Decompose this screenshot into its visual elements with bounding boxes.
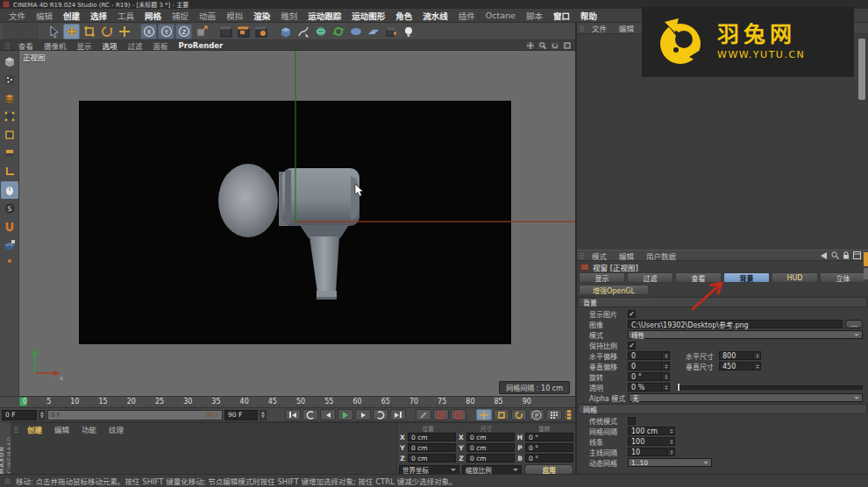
size-z-field[interactable]: 0 cm (466, 454, 515, 462)
mat-menu-function[interactable]: 功能 (76, 424, 102, 434)
tab-view[interactable]: 查看 (675, 272, 722, 283)
previous-frame-button[interactable] (320, 409, 336, 420)
tab-stereoscopic[interactable]: 立体 (820, 272, 866, 283)
image-path-input[interactable]: C:\Users\19302\Desktop\参考.png (628, 320, 843, 328)
viewport-rotate-icon[interactable] (550, 41, 559, 50)
snap-magnet-icon[interactable] (1, 218, 18, 236)
vp-menu-view[interactable]: 查看 (13, 40, 39, 51)
viewport-toggle-icon[interactable] (562, 41, 572, 50)
menu-animate[interactable]: 动画 (194, 10, 221, 22)
object-manager-scrollbar[interactable] (858, 39, 865, 100)
alpha-mode-dropdown[interactable]: 无 (629, 393, 863, 402)
rot-b-field[interactable]: 0 ° (525, 454, 573, 462)
menu-mesh[interactable]: 网格 (139, 10, 167, 22)
last-tool-icon[interactable] (116, 24, 132, 39)
key-pla-toggle[interactable] (546, 409, 562, 420)
add-spline-icon[interactable] (295, 24, 311, 39)
browse-button[interactable]: ... (845, 320, 863, 328)
menu-create[interactable]: 创建 (58, 10, 85, 22)
add-light-icon[interactable] (400, 24, 416, 39)
key-position-toggle[interactable] (476, 409, 492, 420)
current-frame-spinner[interactable] (39, 410, 46, 420)
grid-spacing-spinner[interactable] (668, 427, 675, 435)
vp-menu-prorender[interactable]: ProRender (174, 41, 229, 50)
next-frame-button[interactable] (355, 409, 371, 420)
edge-tab-orange[interactable] (864, 252, 868, 266)
live-selection-icon[interactable] (46, 24, 62, 39)
h-offset-input[interactable]: 0 (628, 351, 663, 360)
menu-motion-tracker[interactable]: 运动跟踪 (302, 10, 346, 22)
add-deformer-icon[interactable] (330, 24, 346, 39)
tab-enhanced-opengl[interactable]: 增强OpenGL (579, 285, 649, 295)
scale-tool-icon[interactable] (81, 24, 97, 39)
grid-lines-spinner[interactable] (668, 437, 675, 446)
rotation-input[interactable]: 0 ° (628, 372, 663, 381)
section-grid[interactable]: 网格 (578, 404, 867, 414)
rotation-spinner[interactable] (663, 372, 670, 381)
pos-x-field[interactable]: 0 cm (408, 433, 456, 441)
keep-ratio-checkbox[interactable]: ✓ (628, 342, 636, 349)
workplane-mode-icon[interactable] (1, 255, 18, 272)
size-x-field[interactable]: 0 cm (466, 433, 515, 441)
model-mode-icon[interactable] (1, 71, 18, 88)
goto-start-button[interactable] (285, 409, 301, 420)
menu-simulate[interactable]: 模拟 (221, 10, 248, 22)
menu-select[interactable]: 选择 (85, 10, 112, 22)
coordinate-system-icon[interactable] (193, 24, 210, 39)
menu-render[interactable]: 渲染 (248, 10, 275, 22)
tab-back[interactable]: 背景 (723, 272, 770, 283)
goto-end-button[interactable] (390, 409, 406, 420)
redo-button[interactable] (21, 24, 38, 39)
lock-z-axis-button[interactable]: Z (175, 24, 192, 39)
render-view-icon[interactable] (217, 24, 234, 39)
record-pen-icon[interactable] (416, 409, 431, 420)
show-image-checkbox[interactable]: ✓ (628, 310, 636, 318)
key-parameter-toggle[interactable]: P (529, 409, 544, 420)
vp-menu-options[interactable]: 选项 (97, 40, 123, 51)
menu-octane[interactable]: Octane (480, 11, 521, 20)
timeline-options-icon[interactable] (564, 409, 573, 420)
render-picture-viewer-icon[interactable] (235, 24, 252, 39)
material-manager[interactable]: 创建 编辑 功能 纹理 (11, 422, 396, 474)
workplane-icon[interactable] (1, 236, 18, 254)
add-generator-icon[interactable] (312, 24, 329, 39)
vp-menu-panel[interactable]: 面板 (148, 40, 174, 51)
axis-mode-icon[interactable] (1, 163, 18, 180)
vp-menu-filter[interactable]: 过滤 (123, 40, 148, 51)
make-editable-icon[interactable] (1, 53, 18, 70)
h-size-input[interactable]: 800 (719, 351, 754, 360)
mat-menu-create[interactable]: 创建 (22, 424, 47, 434)
pos-z-field[interactable]: 0 cm (408, 454, 456, 462)
point-mode-icon[interactable] (1, 108, 18, 125)
am-menu-edit[interactable]: 编辑 (613, 251, 640, 261)
current-frame-field[interactable]: 0 F (2, 410, 37, 420)
rot-p-field[interactable]: 0 ° (525, 443, 573, 452)
major-lines-spinner[interactable] (668, 448, 675, 456)
play-forwards-loop-button[interactable] (373, 409, 388, 420)
end-frame-spinner[interactable] (260, 410, 267, 420)
texture-mode-icon[interactable] (1, 89, 18, 107)
am-menu-userdata[interactable]: 用户数据 (640, 251, 682, 261)
play-backwards-loop-button[interactable] (302, 409, 318, 420)
v-offset-input[interactable]: 0 (628, 362, 663, 371)
viewport[interactable]: x 正视图 网格间隔 : 10 cm (19, 51, 575, 396)
add-cube-icon[interactable] (277, 24, 294, 39)
history-back-icon[interactable] (819, 252, 828, 259)
section-background[interactable]: 背景 (578, 297, 867, 307)
dynamic-grid-dropdown[interactable]: 1..10 (628, 458, 712, 467)
quantize-mouse-icon[interactable] (1, 181, 18, 199)
attribute-object-row[interactable]: 视窗 [正视图] (577, 261, 868, 272)
lock-y-axis-button[interactable]: Y (158, 24, 174, 39)
viewport-zoom-icon[interactable] (537, 41, 547, 50)
pos-y-field[interactable]: 0 cm (408, 443, 456, 452)
transparency-input[interactable]: 0 % (628, 383, 663, 392)
grid-lines-input[interactable]: 100 (628, 437, 668, 446)
render-settings-icon[interactable] (253, 24, 269, 39)
v-size-spinner[interactable] (754, 362, 761, 371)
v-size-input[interactable]: 450 (719, 362, 754, 371)
polygon-mode-icon[interactable] (1, 145, 18, 162)
menu-script[interactable]: 脚本 (521, 10, 548, 22)
menu-file[interactable]: 文件 (4, 10, 31, 22)
menu-window[interactable]: 窗口 (548, 10, 575, 22)
panel-options-icon[interactable] (853, 251, 861, 259)
